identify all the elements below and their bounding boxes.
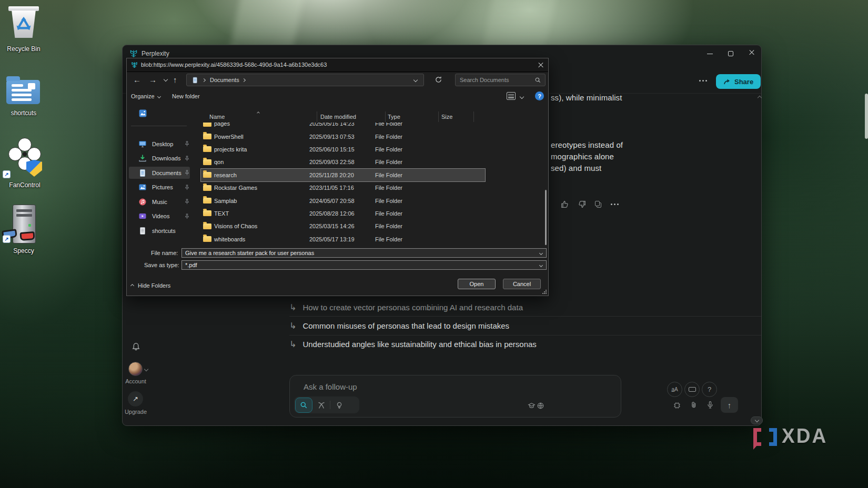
column-type[interactable]: Type: [388, 114, 400, 120]
view-options-chevron[interactable]: [520, 95, 524, 99]
follow-up-composer[interactable]: Ask a follow-up ↑: [289, 375, 621, 418]
minimize-button[interactable]: [702, 48, 717, 59]
file-type: File Folder: [375, 185, 449, 191]
file-date: 2025/03/15 14:26: [309, 223, 375, 229]
breadcrumb-chevron-icon[interactable]: [242, 78, 246, 82]
folder-icon: [203, 172, 211, 178]
attach-paperclip-icon[interactable]: [690, 401, 698, 409]
search-mode-button[interactable]: [295, 398, 312, 413]
save-type-select[interactable]: *.pdf: [181, 260, 547, 270]
nav-item-pictures[interactable]: Pictures: [129, 181, 190, 194]
up-button[interactable]: ↑: [173, 75, 177, 84]
cancel-label: Cancel: [513, 281, 531, 287]
nav-item-downloads[interactable]: Downloads: [129, 152, 190, 165]
file-row[interactable]: qon2025/09/03 22:58File Folder: [201, 156, 485, 168]
dialog-title-bar[interactable]: blob:https://www.perplexity.ai/4586339d-…: [127, 58, 548, 72]
dialog-close-button[interactable]: [534, 60, 547, 70]
desktop-icon-shortcuts[interactable]: shortcuts: [0, 74, 47, 98]
file-name-input[interactable]: Give me a research starter pack for user…: [181, 248, 547, 258]
organize-menu[interactable]: Organize: [131, 93, 160, 99]
model-cap-icon[interactable]: [528, 402, 536, 410]
resize-grip[interactable]: [542, 290, 547, 294]
help-button[interactable]: ?: [702, 382, 717, 397]
labs-bulb-icon[interactable]: [335, 401, 344, 410]
more-options-icon[interactable]: [699, 80, 707, 82]
submit-button[interactable]: ↑: [721, 397, 738, 413]
share-label: Share: [734, 78, 753, 86]
pin-icon: [184, 141, 190, 147]
keyboard-shortcuts-button[interactable]: [684, 382, 700, 397]
recent-locations-chevron[interactable]: [164, 77, 168, 82]
file-row[interactable]: Rockstar Games2023/11/05 17:16File Folde…: [201, 181, 485, 194]
notifications-bell-icon[interactable]: [132, 342, 140, 351]
chevron-down-icon: [157, 94, 161, 98]
folder-icon: [203, 236, 211, 242]
column-size[interactable]: Size: [441, 114, 452, 120]
account-avatar[interactable]: [128, 362, 143, 376]
address-dropdown-chevron[interactable]: [413, 78, 418, 82]
scrollbar-up-icon[interactable]: [758, 96, 762, 100]
research-mode-icon[interactable]: [317, 401, 326, 410]
close-window-button[interactable]: [744, 48, 759, 59]
music-icon: [138, 198, 147, 206]
gallery-icon[interactable]: [138, 109, 147, 118]
column-name[interactable]: Name: [209, 114, 225, 120]
shortcuts-doc-icon: [138, 227, 147, 235]
related-question[interactable]: ↳ How to create vector personas combinin…: [289, 302, 761, 312]
share-button[interactable]: Share: [716, 74, 761, 89]
open-label: Open: [470, 281, 484, 287]
cancel-button[interactable]: Cancel: [503, 279, 541, 289]
hide-folders-button[interactable]: Hide Folders: [131, 282, 170, 289]
upgrade-button[interactable]: ↗: [128, 391, 143, 406]
account-label[interactable]: Account: [123, 378, 149, 384]
nav-item-documents[interactable]: Documents: [129, 167, 190, 179]
related-question[interactable]: ↳ Common misuses of personas that lead t…: [289, 321, 761, 330]
new-folder-button[interactable]: New folder: [172, 93, 200, 99]
open-button[interactable]: Open: [458, 279, 496, 289]
file-row[interactable]: projects krita2025/06/10 15:15File Folde…: [201, 143, 485, 156]
file-row[interactable]: PowerShell2025/09/13 07:53File Folder: [201, 130, 485, 143]
nav-item-desktop[interactable]: Desktop: [129, 138, 190, 150]
answer-more-icon[interactable]: [611, 204, 619, 205]
desktop-icon-speccy[interactable]: ↗ Speccy: [0, 202, 51, 241]
related-question[interactable]: ↳ Understudied angles like sustainabilit…: [289, 339, 761, 349]
scroll-down-button[interactable]: [751, 416, 763, 424]
file-row[interactable]: TEXT2025/08/28 12:06File Folder: [201, 207, 485, 220]
pin-icon: [184, 156, 190, 161]
upgrade-label[interactable]: Upgrade: [123, 409, 149, 415]
thumbs-up-icon[interactable]: [561, 200, 569, 208]
voice-mic-icon[interactable]: [706, 401, 714, 409]
back-button[interactable]: ←: [133, 75, 141, 84]
view-options-icon[interactable]: [507, 92, 516, 100]
shortcut-arrow-icon: ↗: [3, 235, 11, 243]
spaces-chip-icon[interactable]: [673, 401, 681, 410]
nav-item-shortcuts[interactable]: shortcuts: [129, 225, 190, 237]
answer-fragment: mographics alone: [551, 152, 614, 161]
web-globe-icon[interactable]: [537, 402, 544, 410]
file-name: TEXT: [214, 210, 309, 217]
help-button[interactable]: ?: [535, 92, 544, 100]
divider: [330, 401, 330, 409]
breadcrumb-location[interactable]: Documents: [210, 77, 239, 83]
column-date-modified[interactable]: Date modified: [320, 114, 356, 120]
save-type-value: *.pdf: [185, 262, 197, 268]
address-bar[interactable]: Documents: [186, 74, 424, 86]
maximize-button[interactable]: [723, 48, 738, 59]
file-row[interactable]: whiteboards2025/05/17 13:19File Folder: [201, 233, 485, 246]
documents-icon: [138, 169, 147, 177]
list-scrollbar-thumb[interactable]: [545, 190, 547, 245]
nav-item-music[interactable]: Music: [129, 196, 190, 208]
forward-button[interactable]: →: [149, 75, 157, 84]
nav-label: shortcuts: [152, 228, 190, 234]
translate-button[interactable]: a̲A: [667, 382, 682, 397]
page-scrollbar-thumb[interactable]: [865, 94, 868, 139]
refresh-icon[interactable]: [435, 76, 442, 84]
file-row-selected[interactable]: research2025/11/28 20:20File Folder: [201, 169, 485, 181]
file-row[interactable]: Samplab2024/05/07 20:58File Folder: [201, 194, 485, 207]
thumbs-down-icon[interactable]: [578, 200, 586, 209]
copy-icon[interactable]: [595, 201, 602, 208]
chevron-down-icon: [539, 251, 543, 255]
nav-item-videos[interactable]: Videos: [129, 210, 190, 222]
file-row[interactable]: Visions of Chaos2025/03/15 14:26File Fol…: [201, 220, 485, 232]
search-box[interactable]: Search Documents: [455, 74, 546, 86]
